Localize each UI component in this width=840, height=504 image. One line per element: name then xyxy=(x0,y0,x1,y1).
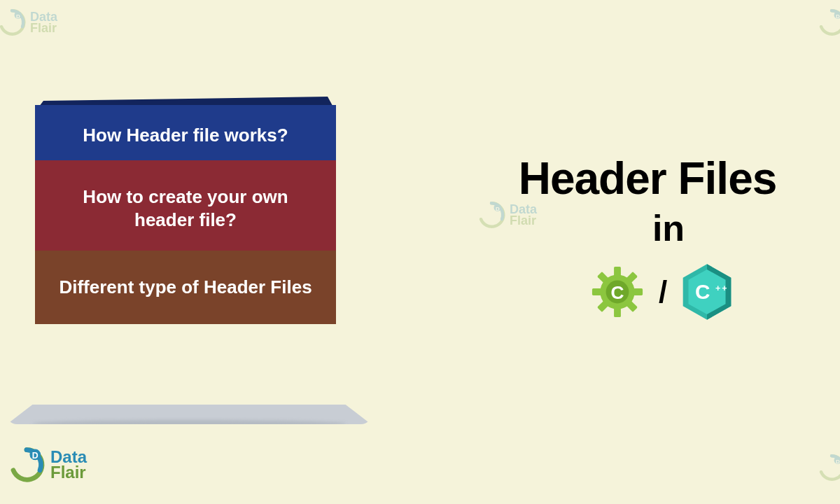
watermark-bottom-right: D xyxy=(816,452,840,483)
c-letter: C xyxy=(610,282,624,303)
ribbon-brown: Different type of Header Files xyxy=(35,251,336,324)
c-language-icon: C xyxy=(589,263,646,321)
title-block: Header Files in C xyxy=(476,153,819,322)
ribbon-blue-text: How Header file works? xyxy=(35,105,336,166)
watermark-top-left: D Data Flair xyxy=(0,7,57,38)
title-main: Header Files xyxy=(476,153,819,204)
ribbon-blue: How Header file works? xyxy=(35,105,336,166)
cpp-language-icon: C + + xyxy=(680,262,734,322)
svg-text:C: C xyxy=(695,280,710,303)
title-preposition: in xyxy=(518,207,819,249)
svg-rect-17 xyxy=(614,308,621,317)
ribbon-red: How to create your own header file? xyxy=(35,160,336,256)
brand-data-text: Data xyxy=(30,10,57,24)
pedestal-base xyxy=(7,405,371,424)
watermark-top-right: D xyxy=(816,7,840,38)
svg-text:D: D xyxy=(836,458,840,465)
ribbon-red-text: How to create your own header file? xyxy=(35,160,336,256)
svg-text:+: + xyxy=(715,284,720,293)
svg-rect-16 xyxy=(614,267,621,276)
ribbon-brown-text: Different type of Header Files xyxy=(35,251,336,324)
svg-text:D: D xyxy=(836,13,840,20)
svg-rect-19 xyxy=(634,288,643,295)
ribbon-stack: How Header file works? How to create you… xyxy=(35,105,336,318)
brand-logo-main: D Data Flair xyxy=(7,445,87,484)
svg-point-2 xyxy=(834,11,840,19)
brand-flair-text: Flair xyxy=(30,21,57,35)
language-row: C / C + + xyxy=(504,262,819,322)
svg-point-6 xyxy=(834,456,840,464)
svg-text:D: D xyxy=(32,451,38,461)
svg-text:+: + xyxy=(722,284,727,293)
svg-point-0 xyxy=(15,11,22,19)
brand-swirl-icon: D xyxy=(7,445,46,484)
svg-text:D: D xyxy=(16,13,20,20)
language-separator: / xyxy=(659,274,667,309)
brand-flair-label: Flair xyxy=(50,463,86,482)
svg-rect-18 xyxy=(592,288,601,295)
